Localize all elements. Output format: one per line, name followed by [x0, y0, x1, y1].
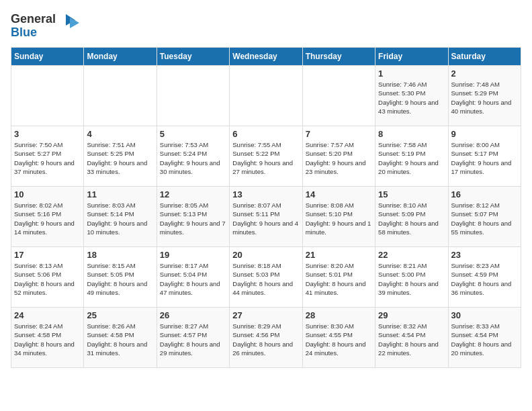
calendar: SundayMondayTuesdayWednesdayThursdayFrid… — [11, 47, 521, 368]
calendar-cell: 2Sunrise: 7:48 AM Sunset: 5:29 PM Daylig… — [448, 66, 521, 126]
day-info: Sunrise: 8:08 AM Sunset: 5:10 PM Dayligh… — [306, 201, 372, 236]
calendar-cell: 4Sunrise: 7:51 AM Sunset: 5:25 PM Daylig… — [84, 126, 157, 187]
svg-text:General: General — [11, 12, 56, 26]
calendar-cell: 25Sunrise: 8:26 AM Sunset: 4:58 PM Dayli… — [84, 308, 157, 368]
day-number: 6 — [232, 129, 299, 139]
day-header-thursday: Thursday — [302, 48, 375, 66]
calendar-cell — [11, 66, 84, 126]
calendar-cell: 13Sunrise: 8:07 AM Sunset: 5:11 PM Dayli… — [230, 187, 302, 247]
calendar-cell — [157, 66, 229, 126]
calendar-cell: 20Sunrise: 8:18 AM Sunset: 5:03 PM Dayli… — [230, 247, 302, 308]
day-number: 27 — [232, 310, 299, 320]
day-info: Sunrise: 8:10 AM Sunset: 5:09 PM Dayligh… — [378, 201, 445, 236]
svg-text:Blue: Blue — [11, 26, 37, 39]
day-info: Sunrise: 8:18 AM Sunset: 5:03 PM Dayligh… — [232, 261, 299, 297]
week-row-5: 24Sunrise: 8:24 AM Sunset: 4:58 PM Dayli… — [11, 308, 521, 368]
calendar-cell: 19Sunrise: 8:17 AM Sunset: 5:04 PM Dayli… — [157, 247, 229, 308]
calendar-cell: 28Sunrise: 8:30 AM Sunset: 4:55 PM Dayli… — [302, 308, 375, 368]
day-info: Sunrise: 8:02 AM Sunset: 5:16 PM Dayligh… — [14, 201, 81, 236]
day-info: Sunrise: 7:51 AM Sunset: 5:25 PM Dayligh… — [87, 140, 153, 176]
calendar-cell: 29Sunrise: 8:32 AM Sunset: 4:54 PM Dayli… — [375, 308, 448, 368]
logo-icon: GeneralBlue — [11, 11, 85, 39]
day-info: Sunrise: 7:50 AM Sunset: 5:27 PM Dayligh… — [14, 140, 81, 176]
calendar-cell: 5Sunrise: 7:53 AM Sunset: 5:24 PM Daylig… — [157, 126, 229, 187]
day-info: Sunrise: 8:32 AM Sunset: 4:54 PM Dayligh… — [378, 322, 445, 357]
calendar-cell: 11Sunrise: 8:03 AM Sunset: 5:14 PM Dayli… — [84, 187, 157, 247]
day-info: Sunrise: 8:33 AM Sunset: 4:54 PM Dayligh… — [451, 322, 518, 357]
calendar-cell: 1Sunrise: 7:46 AM Sunset: 5:30 PM Daylig… — [375, 66, 448, 126]
calendar-cell: 27Sunrise: 8:29 AM Sunset: 4:56 PM Dayli… — [230, 308, 302, 368]
day-info: Sunrise: 7:46 AM Sunset: 5:30 PM Dayligh… — [378, 80, 445, 116]
calendar-cell: 6Sunrise: 7:55 AM Sunset: 5:22 PM Daylig… — [230, 126, 302, 187]
calendar-cell — [230, 66, 302, 126]
day-info: Sunrise: 8:27 AM Sunset: 4:57 PM Dayligh… — [160, 322, 226, 357]
day-number: 1 — [378, 68, 445, 79]
day-info: Sunrise: 8:15 AM Sunset: 5:05 PM Dayligh… — [87, 261, 153, 297]
calendar-cell: 15Sunrise: 8:10 AM Sunset: 5:09 PM Dayli… — [375, 187, 448, 247]
calendar-cell: 12Sunrise: 8:05 AM Sunset: 5:13 PM Dayli… — [157, 187, 229, 247]
day-info: Sunrise: 8:03 AM Sunset: 5:14 PM Dayligh… — [87, 201, 153, 236]
page-header: GeneralBlue — [11, 11, 521, 39]
day-info: Sunrise: 8:24 AM Sunset: 4:58 PM Dayligh… — [14, 322, 81, 357]
day-number: 12 — [160, 189, 226, 199]
day-number: 16 — [451, 189, 518, 199]
calendar-cell: 9Sunrise: 8:00 AM Sunset: 5:17 PM Daylig… — [448, 126, 521, 187]
day-info: Sunrise: 8:05 AM Sunset: 5:13 PM Dayligh… — [160, 201, 226, 236]
day-number: 19 — [160, 250, 226, 260]
calendar-cell: 22Sunrise: 8:21 AM Sunset: 5:00 PM Dayli… — [375, 247, 448, 308]
day-info: Sunrise: 8:26 AM Sunset: 4:58 PM Dayligh… — [87, 322, 153, 357]
calendar-cell: 10Sunrise: 8:02 AM Sunset: 5:16 PM Dayli… — [11, 187, 84, 247]
day-info: Sunrise: 8:29 AM Sunset: 4:56 PM Dayligh… — [232, 322, 299, 357]
day-number: 7 — [306, 129, 372, 139]
day-number: 26 — [160, 310, 226, 320]
calendar-cell: 24Sunrise: 8:24 AM Sunset: 4:58 PM Dayli… — [11, 308, 84, 368]
day-info: Sunrise: 8:21 AM Sunset: 5:00 PM Dayligh… — [378, 261, 445, 297]
calendar-cell — [84, 66, 157, 126]
day-number: 21 — [306, 250, 372, 260]
day-info: Sunrise: 8:00 AM Sunset: 5:17 PM Dayligh… — [451, 140, 518, 176]
day-number: 9 — [451, 129, 518, 139]
day-number: 5 — [160, 129, 226, 139]
day-number: 18 — [87, 250, 153, 260]
day-number: 29 — [378, 310, 445, 320]
day-number: 4 — [87, 129, 153, 139]
day-info: Sunrise: 8:13 AM Sunset: 5:06 PM Dayligh… — [14, 261, 81, 297]
day-header-tuesday: Tuesday — [157, 48, 229, 66]
calendar-cell: 23Sunrise: 8:23 AM Sunset: 4:59 PM Dayli… — [448, 247, 521, 308]
day-number: 23 — [451, 250, 518, 260]
day-number: 30 — [451, 310, 518, 320]
calendar-cell: 14Sunrise: 8:08 AM Sunset: 5:10 PM Dayli… — [302, 187, 375, 247]
logo: GeneralBlue — [11, 11, 85, 39]
day-number: 14 — [306, 189, 372, 199]
day-header-wednesday: Wednesday — [230, 48, 302, 66]
calendar-cell: 21Sunrise: 8:20 AM Sunset: 5:01 PM Dayli… — [302, 247, 375, 308]
week-row-1: 1Sunrise: 7:46 AM Sunset: 5:30 PM Daylig… — [11, 66, 521, 126]
day-header-saturday: Saturday — [448, 48, 521, 66]
week-row-2: 3Sunrise: 7:50 AM Sunset: 5:27 PM Daylig… — [11, 126, 521, 187]
day-header-sunday: Sunday — [11, 48, 84, 66]
day-info: Sunrise: 8:30 AM Sunset: 4:55 PM Dayligh… — [306, 322, 372, 357]
day-number: 25 — [87, 310, 153, 320]
day-info: Sunrise: 7:57 AM Sunset: 5:20 PM Dayligh… — [306, 140, 372, 176]
calendar-cell — [302, 66, 375, 126]
day-number: 8 — [378, 129, 445, 139]
day-number: 11 — [87, 189, 153, 199]
day-header-monday: Monday — [84, 48, 157, 66]
calendar-cell: 7Sunrise: 7:57 AM Sunset: 5:20 PM Daylig… — [302, 126, 375, 187]
calendar-cell: 17Sunrise: 8:13 AM Sunset: 5:06 PM Dayli… — [11, 247, 84, 308]
day-number: 10 — [14, 189, 81, 199]
day-info: Sunrise: 8:07 AM Sunset: 5:11 PM Dayligh… — [232, 201, 299, 236]
day-info: Sunrise: 8:12 AM Sunset: 5:07 PM Dayligh… — [451, 201, 518, 236]
calendar-header-row: SundayMondayTuesdayWednesdayThursdayFrid… — [11, 48, 521, 66]
day-number: 24 — [14, 310, 81, 320]
day-info: Sunrise: 7:53 AM Sunset: 5:24 PM Dayligh… — [160, 140, 226, 176]
day-header-friday: Friday — [375, 48, 448, 66]
day-number: 17 — [14, 250, 81, 260]
day-number: 3 — [14, 129, 81, 139]
week-row-4: 17Sunrise: 8:13 AM Sunset: 5:06 PM Dayli… — [11, 247, 521, 308]
day-number: 15 — [378, 189, 445, 199]
day-info: Sunrise: 7:58 AM Sunset: 5:19 PM Dayligh… — [378, 140, 445, 176]
calendar-cell: 30Sunrise: 8:33 AM Sunset: 4:54 PM Dayli… — [448, 308, 521, 368]
day-info: Sunrise: 8:23 AM Sunset: 4:59 PM Dayligh… — [451, 261, 518, 297]
calendar-cell: 18Sunrise: 8:15 AM Sunset: 5:05 PM Dayli… — [84, 247, 157, 308]
